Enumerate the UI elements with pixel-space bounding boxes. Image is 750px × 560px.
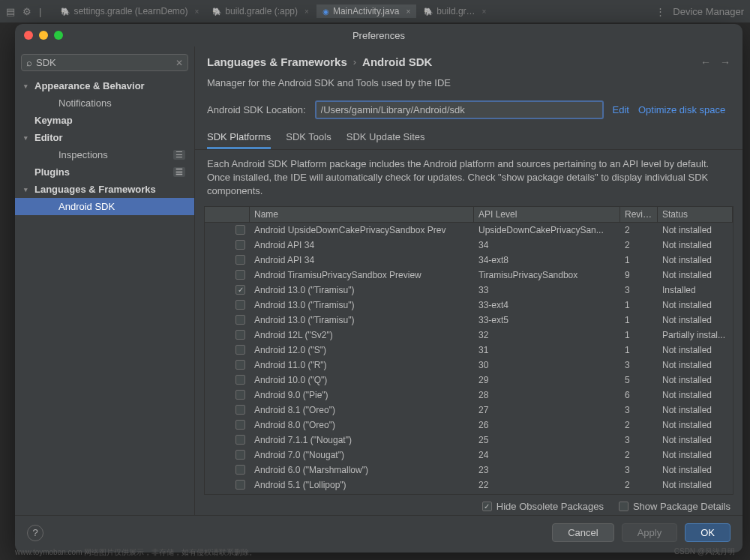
sidebar-item[interactable]: ▾Appearance & Behavior	[15, 77, 194, 94]
close-tab-icon[interactable]: ×	[406, 7, 410, 16]
tab[interactable]: SDK Tools	[286, 127, 331, 149]
row-checkbox[interactable]	[236, 390, 245, 400]
help-button[interactable]: ?	[27, 525, 44, 541]
row-checkbox[interactable]	[236, 300, 245, 310]
col-status[interactable]: Status	[658, 207, 733, 222]
show-details-checkbox[interactable]: Show Package Details	[619, 501, 730, 512]
table-row[interactable]: Android 9.0 ("Pie") 28 6 Not installed	[205, 388, 733, 403]
dropdown-icon[interactable]: ⋮	[656, 6, 665, 17]
sidebar-item[interactable]: ▾Editor	[15, 129, 194, 146]
sidebar-item[interactable]: Plugins☰	[15, 163, 194, 181]
tab[interactable]: SDK Platforms	[207, 127, 271, 149]
table-row[interactable]: Android 12.0 ("S") 31 1 Not installed	[205, 343, 733, 358]
row-checkbox[interactable]	[236, 465, 245, 475]
sidebar: ⌕ ✕ ▾Appearance & BehaviorNotificationsK…	[15, 46, 195, 515]
edit-link[interactable]: Edit	[613, 104, 629, 115]
table-row[interactable]: Android 6.0 ("Marshmallow") 23 3 Not ins…	[205, 463, 733, 478]
row-checkbox[interactable]	[236, 255, 245, 265]
sidebar-item[interactable]: Android SDK	[15, 198, 194, 215]
cell-api: 21	[474, 493, 620, 494]
forward-icon[interactable]: →	[720, 56, 730, 68]
table-row[interactable]: Android 8.1 ("Oreo") 27 3 Not installed	[205, 403, 733, 418]
cell-status: Installed	[658, 283, 733, 298]
editor-tab[interactable]: 🐘settings.gradle (LearnDemo)×	[55, 4, 205, 18]
sidebar-item[interactable]: Keymap	[15, 112, 194, 129]
editor-tab[interactable]: 🐘build.gr…×	[418, 4, 492, 18]
breadcrumb-item[interactable]: Languages & Frameworks	[207, 55, 347, 68]
cancel-button[interactable]: Cancel	[552, 523, 614, 542]
row-checkbox[interactable]	[236, 285, 245, 295]
table-row[interactable]: Android 13.0 ("Tiramisu") 33 3 Installed	[205, 283, 733, 298]
sidebar-item[interactable]: Inspections☰	[15, 146, 194, 163]
row-checkbox[interactable]	[236, 345, 245, 355]
table-row[interactable]: Android 5.0 ("Lollipop") 21 2 Not instal…	[205, 493, 733, 494]
cell-api: 24	[474, 448, 620, 463]
hide-obsolete-checkbox[interactable]: Hide Obsolete Packages	[482, 501, 604, 512]
optimize-link[interactable]: Optimize disk space	[638, 104, 725, 115]
table-row[interactable]: Android 7.1.1 ("Nougat") 25 3 Not instal…	[205, 433, 733, 448]
col-api[interactable]: API Level	[474, 207, 620, 222]
hamburger-icon[interactable]: ▤	[6, 6, 15, 17]
close-tab-icon[interactable]: ×	[304, 7, 309, 16]
apply-button[interactable]: Apply	[622, 523, 678, 542]
row-checkbox[interactable]	[236, 375, 245, 385]
row-checkbox[interactable]	[236, 360, 245, 370]
cell-name: Android UpsideDownCakePrivacySandbox Pre…	[250, 223, 474, 238]
row-checkbox[interactable]	[236, 420, 245, 430]
table-row[interactable]: Android TiramisuPrivacySandbox Preview T…	[205, 268, 733, 283]
row-checkbox[interactable]	[236, 315, 245, 325]
row-checkbox[interactable]	[236, 270, 245, 280]
gear-icon[interactable]: ⚙	[22, 6, 32, 17]
tab[interactable]: SDK Update Sites	[346, 127, 425, 149]
row-checkbox[interactable]	[236, 435, 245, 445]
table-row[interactable]: Android 13.0 ("Tiramisu") 33-ext5 1 Not …	[205, 313, 733, 328]
table-row[interactable]: Android 13.0 ("Tiramisu") 33-ext4 1 Not …	[205, 298, 733, 313]
chevron-down-icon: ▾	[24, 186, 33, 193]
cell-status: Not installed	[658, 418, 733, 433]
cell-api: 29	[474, 373, 620, 388]
cell-revision: 3	[620, 433, 658, 448]
table-row[interactable]: Android 5.1 ("Lollipop") 22 2 Not instal…	[205, 478, 733, 493]
sdk-info: Each Android SDK Platform package includ…	[195, 150, 742, 206]
table-row[interactable]: Android API 34 34-ext8 1 Not installed	[205, 253, 733, 268]
col-name[interactable]: Name	[250, 207, 474, 222]
device-manager-label[interactable]: Device Manager	[673, 6, 744, 17]
settings-tree: ▾Appearance & BehaviorNotificationsKeyma…	[15, 77, 194, 515]
back-icon[interactable]: ←	[700, 56, 711, 68]
cell-status: Partially instal...	[658, 328, 733, 343]
table-body[interactable]: Android UpsideDownCakePrivacySandbox Pre…	[205, 223, 733, 494]
table-row[interactable]: Android 11.0 ("R") 30 3 Not installed	[205, 358, 733, 373]
sidebar-item[interactable]: Notifications	[15, 94, 194, 112]
table-row[interactable]: Android 12L ("Sv2") 32 1 Partially insta…	[205, 328, 733, 343]
dialog-title: Preferences	[15, 30, 742, 41]
close-tab-icon[interactable]: ×	[482, 7, 487, 16]
table-row[interactable]: Android 7.0 ("Nougat") 24 2 Not installe…	[205, 448, 733, 463]
row-checkbox[interactable]	[236, 225, 245, 235]
cell-revision: 2	[620, 418, 658, 433]
cell-status: Not installed	[658, 448, 733, 463]
ok-button[interactable]: OK	[685, 523, 730, 542]
table-row[interactable]: Android API 34 34 2 Not installed	[205, 238, 733, 253]
row-checkbox[interactable]	[236, 240, 245, 250]
sdk-location-input[interactable]	[315, 100, 604, 119]
row-checkbox[interactable]	[236, 330, 245, 340]
row-checkbox[interactable]	[236, 405, 245, 415]
col-revision[interactable]: Revis...	[620, 207, 658, 222]
editor-tab[interactable]: 🐘build.gradle (:app)×	[206, 4, 315, 18]
titlebar: Preferences	[15, 24, 742, 46]
search-input[interactable]	[36, 57, 172, 68]
table-row[interactable]: Android 10.0 ("Q") 29 5 Not installed	[205, 373, 733, 388]
cell-name: Android 8.1 ("Oreo")	[250, 403, 474, 418]
search-box[interactable]: ⌕ ✕	[21, 54, 188, 71]
close-tab-icon[interactable]: ×	[194, 7, 199, 16]
cell-revision: 5	[620, 373, 658, 388]
row-checkbox[interactable]	[236, 450, 245, 460]
sidebar-item[interactable]: ▾Languages & Frameworks	[15, 181, 194, 198]
clear-search-icon[interactable]: ✕	[176, 58, 183, 68]
editor-tab[interactable]: ◉MainActivity.java×	[316, 4, 416, 18]
table-row[interactable]: Android 8.0 ("Oreo") 26 2 Not installed	[205, 418, 733, 433]
row-checkbox[interactable]	[236, 480, 245, 490]
cell-status: Not installed	[658, 478, 733, 493]
cell-status: Not installed	[658, 223, 733, 238]
table-row[interactable]: Android UpsideDownCakePrivacySandbox Pre…	[205, 223, 733, 238]
